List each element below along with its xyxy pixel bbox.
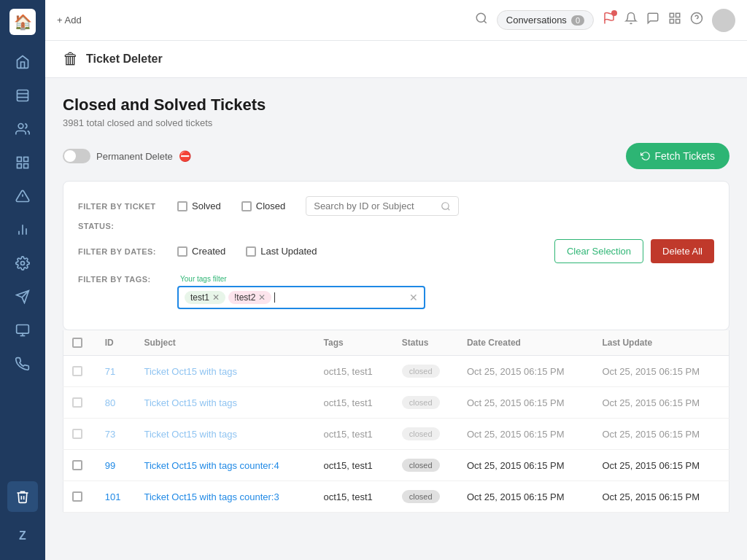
row-checkbox-80[interactable] (72, 397, 82, 408)
select-all-checkbox[interactable] (72, 338, 82, 348)
col-header-id: ID (96, 330, 136, 356)
permanent-delete-row: Permanent Delete ⛔ (63, 149, 191, 163)
row-checkbox-71[interactable] (72, 366, 82, 376)
ticket-id-101[interactable]: 101 (105, 491, 121, 502)
svg-point-13 (21, 262, 25, 265)
status-badge-80: closed (402, 396, 440, 409)
ticket-created-101: Oct 25, 2015 06:15 PM (458, 481, 593, 513)
conversations-button[interactable]: Conversations 0 (497, 10, 594, 30)
solved-label: Solved (192, 201, 221, 211)
ticket-updated-71: Oct 25, 2015 06:15 PM (593, 356, 729, 387)
solved-checkbox[interactable] (177, 201, 187, 211)
app-title: Ticket Deleter (86, 52, 163, 66)
ticket-subject-71[interactable]: Ticket Oct15 with tags (144, 366, 237, 377)
sidebar-item-tickets[interactable] (7, 80, 38, 111)
created-checkbox[interactable] (177, 246, 187, 257)
tags-input-container[interactable]: test1 ✕ !test2 ✕ ✕ (177, 286, 425, 309)
sidebar-item-settings[interactable] (7, 248, 38, 279)
ticket-id-80[interactable]: 80 (105, 397, 115, 408)
ticket-subject-80[interactable]: Ticket Oct15 with tags (144, 397, 237, 408)
permanent-delete-toggle[interactable] (63, 149, 90, 163)
table-row: 80 Ticket Oct15 with tags oct15, test1 c… (63, 387, 729, 419)
clear-selection-button[interactable]: Clear Selection (554, 239, 643, 263)
sidebar-logo[interactable]: 🏠 (9, 9, 36, 35)
ticket-tags-99: oct15, test1 (315, 450, 393, 481)
search-box[interactable] (306, 196, 459, 216)
avatar[interactable] (712, 9, 735, 32)
sidebar-item-apps[interactable] (7, 147, 38, 178)
status-sublabel: STATUS: (78, 222, 714, 230)
ticket-tags-73: oct15, test1 (315, 419, 393, 450)
last-updated-checkbox-group: Last Updated (246, 246, 325, 257)
status-badge-71: closed (402, 365, 440, 378)
ticket-table: ID Subject Tags Status Date Created Last… (63, 330, 729, 513)
last-updated-checkbox[interactable] (246, 246, 256, 257)
bell-icon[interactable] (624, 12, 638, 28)
sidebar-item-home[interactable] (7, 47, 38, 77)
fetch-tickets-button[interactable]: Fetch Tickets (626, 143, 729, 169)
tag-chip-test1-label: test1 (190, 292, 209, 303)
ticket-subject-73[interactable]: Ticket Oct15 with tags (144, 429, 237, 440)
filter-panel: FILTER BY TICKET Solved Closed (63, 181, 729, 330)
ticket-id-73[interactable]: 73 (105, 429, 115, 440)
sidebar-item-zendesk[interactable]: Z (7, 521, 38, 551)
table-row: 99 Ticket Oct15 with tags counter:4 oct1… (63, 450, 729, 481)
sidebar-item-phone[interactable] (7, 349, 38, 379)
sidebar-item-alerts[interactable] (7, 181, 38, 211)
solved-checkbox-group: Solved (177, 201, 230, 211)
row-checkbox-101[interactable] (72, 491, 82, 502)
ticket-created-99: Oct 25, 2015 06:15 PM (458, 450, 593, 481)
flag-icon[interactable] (603, 12, 616, 28)
ticket-updated-73: Oct 25, 2015 06:15 PM (593, 419, 729, 450)
chat-icon[interactable] (646, 12, 659, 28)
filter-dates-row: FILTER BY DATES: Created Last Updated Cl… (78, 239, 714, 263)
table-body: 71 Ticket Oct15 with tags oct15, test1 c… (63, 356, 729, 513)
sidebar-item-send[interactable] (7, 281, 38, 312)
tag-cursor (274, 292, 275, 303)
svg-rect-0 (18, 90, 28, 101)
svg-rect-4 (18, 158, 22, 162)
conversations-label: Conversations (506, 15, 567, 26)
tag-chip-test2: !test2 ✕ (228, 291, 271, 304)
sidebar-item-users[interactable] (7, 114, 38, 144)
ticket-created-73: Oct 25, 2015 06:15 PM (458, 419, 593, 450)
search-icon (441, 201, 451, 211)
stop-icon: ⛔ (179, 150, 191, 162)
svg-rect-16 (17, 325, 29, 334)
fetch-tickets-label: Fetch Tickets (655, 150, 715, 162)
page-content: Closed and Solved Tickets 3981 total clo… (45, 78, 747, 530)
delete-all-button[interactable]: Delete All (651, 239, 714, 263)
tag-chip-test1-remove[interactable]: ✕ (212, 292, 220, 303)
svg-rect-24 (676, 20, 680, 23)
sidebar-item-terminal[interactable] (7, 315, 38, 346)
permanent-delete-label: Permanent Delete (96, 151, 173, 162)
app-icon: 🗑 (63, 50, 79, 69)
ticket-subject-99[interactable]: Ticket Oct15 with tags counter:4 (144, 460, 279, 471)
page-subtitle: 3981 total closed and solved tickets (63, 117, 729, 128)
svg-line-29 (448, 208, 450, 210)
sidebar-item-trash[interactable] (7, 481, 38, 512)
search-input[interactable] (314, 201, 436, 211)
row-checkbox-99[interactable] (72, 460, 82, 470)
ticket-id-99[interactable]: 99 (105, 460, 115, 471)
svg-line-20 (484, 20, 486, 23)
svg-rect-22 (670, 13, 673, 17)
table-row: 71 Ticket Oct15 with tags oct15, test1 c… (63, 356, 729, 387)
search-icon[interactable] (475, 12, 488, 28)
clear-tags-icon[interactable]: ✕ (409, 292, 418, 303)
ticket-created-71: Oct 25, 2015 06:15 PM (458, 356, 593, 387)
filter-tags-label: FILTER BY TAGS: (78, 275, 166, 284)
ticket-subject-101[interactable]: Ticket Oct15 with tags counter:3 (144, 491, 279, 502)
svg-point-19 (476, 13, 485, 22)
toolbar-row: Permanent Delete ⛔ Fetch Tickets (63, 143, 729, 169)
grid-icon[interactable] (668, 12, 681, 28)
row-checkbox-73[interactable] (72, 429, 82, 439)
ticket-id-71[interactable]: 71 (105, 366, 115, 377)
closed-checkbox[interactable] (241, 201, 252, 211)
tag-chip-test1: test1 ✕ (185, 291, 225, 304)
ticket-tags-101: oct15, test1 (315, 481, 393, 513)
help-icon[interactable] (690, 12, 703, 28)
add-button[interactable]: + Add (57, 15, 82, 26)
sidebar-item-reports[interactable] (7, 214, 38, 245)
tag-chip-test2-remove[interactable]: ✕ (258, 292, 266, 303)
